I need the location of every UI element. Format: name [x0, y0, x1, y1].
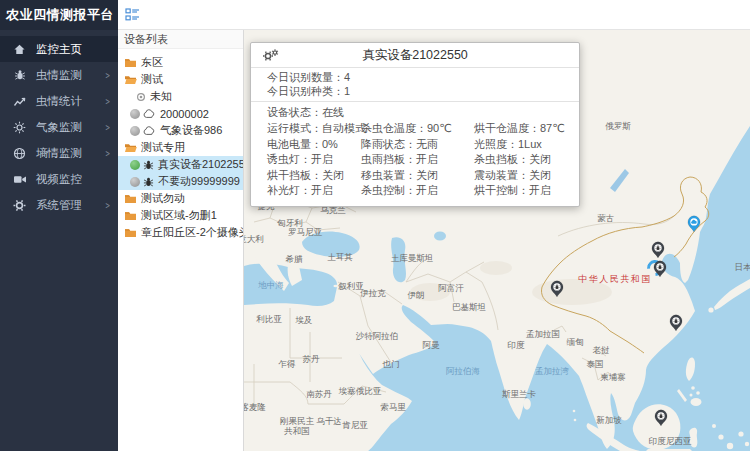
weather-icon	[12, 120, 27, 134]
status-cell: 烘干仓温度：87℃	[474, 121, 579, 137]
status-cell: 移虫装置：关闭	[361, 168, 474, 184]
insect-device-marker[interactable]	[653, 258, 668, 281]
sidebar-item-3[interactable]: 虫情统计>	[0, 88, 118, 114]
device-tree-toggle-button[interactable]	[122, 6, 143, 23]
chevron-right-icon: >	[105, 121, 109, 134]
gear-icon	[12, 198, 27, 212]
status-cell: 烘干挡板：关闭	[267, 168, 361, 184]
status-cell: 虫雨挡板：开启	[361, 152, 474, 168]
device-tree-item[interactable]: 测试	[118, 71, 243, 88]
status-cell: 补光灯：开启	[267, 183, 361, 199]
device-label: 测试专用	[141, 140, 185, 155]
status-cell: 运行模式：自动模式	[267, 121, 361, 137]
popup-summary: 今日识别数量：4 今日识别种类：1	[251, 68, 579, 102]
device-label: 章丘阳丘区-2个摄像头	[141, 225, 243, 240]
sidebar-item-label: 系统管理	[36, 198, 82, 213]
insect-device-marker[interactable]	[669, 312, 684, 335]
popup-device-title: 真实设备21022550	[251, 47, 579, 64]
folder-open-icon	[124, 142, 137, 153]
status-ball-offline	[130, 177, 140, 187]
china-country-label: 中华人民共和国	[578, 273, 652, 286]
status-cell: 电池电量：0%	[267, 137, 361, 153]
sidebar-item-5[interactable]: 墒情监测>	[0, 140, 118, 166]
device-tree: 东区测试未知20000002气象设备986测试专用真实设备21022550不要动…	[118, 49, 243, 241]
sidebar-item-4[interactable]: 气象监测>	[0, 114, 118, 140]
status-cell: 烘干控制：开启	[474, 183, 579, 199]
status-ball-online	[130, 160, 140, 170]
device-tree-item[interactable]: 不要动99999999	[118, 173, 243, 190]
status-cell: 光照度：1Lux	[474, 137, 579, 153]
status-cell: 震动装置：关闭	[474, 168, 579, 184]
home-icon	[12, 42, 27, 56]
device-tree-item[interactable]: 未知	[118, 88, 243, 105]
device-label: 东区	[141, 55, 163, 70]
sidebar-item-2[interactable]: 虫情监测>	[0, 62, 118, 88]
folder-icon	[124, 193, 137, 204]
device-label: 测试区域-勿删1	[141, 208, 217, 223]
today-identify-species: 今日识别种类：1	[251, 84, 579, 98]
sidebar-item-label: 气象监测	[36, 120, 82, 135]
insect-device-marker[interactable]	[654, 407, 669, 430]
device-label: 气象设备986	[160, 123, 222, 138]
device-tree-item[interactable]: 测试勿动	[118, 190, 243, 207]
folder-icon	[124, 227, 137, 238]
device-label: 未知	[150, 89, 172, 104]
insect-device-icon	[143, 159, 154, 171]
device-tree-item[interactable]: 章丘阳丘区-2个摄像头	[118, 224, 243, 241]
insect-device-icon	[143, 176, 154, 188]
map-container[interactable]: 中华人民共和国 俄罗斯蒙古日本捷克乌克兰匈牙利罗马尼亚意大利希腊土耳其土库曼斯坦…	[244, 30, 750, 451]
weather-device-icon	[143, 109, 156, 119]
weather-device-icon	[143, 126, 156, 136]
device-tree-item[interactable]: 真实设备21022550	[118, 156, 243, 173]
device-info-popup: 真实设备21022550 今日识别数量：4 今日识别种类：1 设备状态：在线 运…	[250, 42, 580, 207]
unknown-device-icon	[136, 92, 146, 102]
device-panel: 设备列表 东区测试未知20000002气象设备986测试专用真实设备210225…	[118, 30, 244, 451]
sidebar-item-label: 虫情统计	[36, 94, 82, 109]
device-tree-item[interactable]: 测试专用	[118, 139, 243, 156]
bug-icon	[12, 68, 27, 82]
sidebar: 农业四情测报平台 监控主页虫情监测>虫情统计>气象监测>墒情监测>视频监控系统管…	[0, 0, 118, 451]
folder-icon	[124, 57, 137, 68]
chevron-right-icon: >	[105, 95, 109, 108]
device-tree-item[interactable]: 20000002	[118, 105, 243, 122]
device-label: 测试勿动	[141, 191, 185, 206]
status-cell: 降雨状态：无雨	[361, 137, 474, 153]
device-label: 真实设备21022550	[158, 157, 243, 172]
settings-cogs-icon[interactable]	[262, 49, 279, 62]
status-ball-offline	[130, 109, 140, 119]
weather-device-marker[interactable]	[687, 213, 702, 236]
status-ball-offline	[130, 126, 140, 136]
sidebar-item-label: 墒情监测	[36, 146, 82, 161]
device-panel-title: 设备列表	[118, 30, 243, 49]
status-cell: 杀虫控制：开启	[361, 183, 474, 199]
sidebar-item-label: 虫情监测	[36, 68, 82, 83]
today-identify-count: 今日识别数量：4	[251, 70, 579, 84]
popup-header: 真实设备21022550	[251, 43, 579, 68]
sidebar-menu: 监控主页虫情监测>虫情统计>气象监测>墒情监测>视频监控系统管理>	[0, 30, 118, 218]
chevron-right-icon: >	[105, 147, 109, 160]
folder-icon	[124, 210, 137, 221]
device-status-grid: 运行模式：自动模式杀虫仓温度：90℃烘干仓温度：87℃电池电量：0%降雨状态：无…	[251, 120, 579, 206]
chevron-right-icon: >	[105, 69, 109, 82]
device-label: 不要动99999999	[158, 174, 240, 189]
sidebar-item-6[interactable]: 视频监控	[0, 166, 118, 192]
status-cell: 诱虫灯：开启	[267, 152, 361, 168]
device-tree-item[interactable]: 东区	[118, 54, 243, 71]
device-status-line: 设备状态：在线	[251, 102, 579, 120]
folder-open-icon	[124, 74, 137, 85]
device-label: 20000002	[160, 108, 209, 120]
insect-device-marker[interactable]	[550, 278, 565, 301]
chevron-right-icon: >	[105, 199, 109, 212]
device-label: 测试	[141, 72, 163, 87]
chart-icon	[12, 94, 27, 108]
status-cell: 杀虫挡板：关闭	[474, 152, 579, 168]
device-tree-item[interactable]: 气象设备986	[118, 122, 243, 139]
app-title: 农业四情测报平台	[0, 0, 118, 30]
status-cell: 杀虫仓温度：90℃	[361, 121, 474, 137]
sidebar-item-7[interactable]: 系统管理>	[0, 192, 118, 218]
video-icon	[12, 172, 27, 186]
sidebar-item-1[interactable]: 监控主页	[0, 36, 118, 62]
topbar	[118, 0, 750, 30]
device-tree-item[interactable]: 测试区域-勿删1	[118, 207, 243, 224]
globe-icon	[12, 146, 27, 160]
